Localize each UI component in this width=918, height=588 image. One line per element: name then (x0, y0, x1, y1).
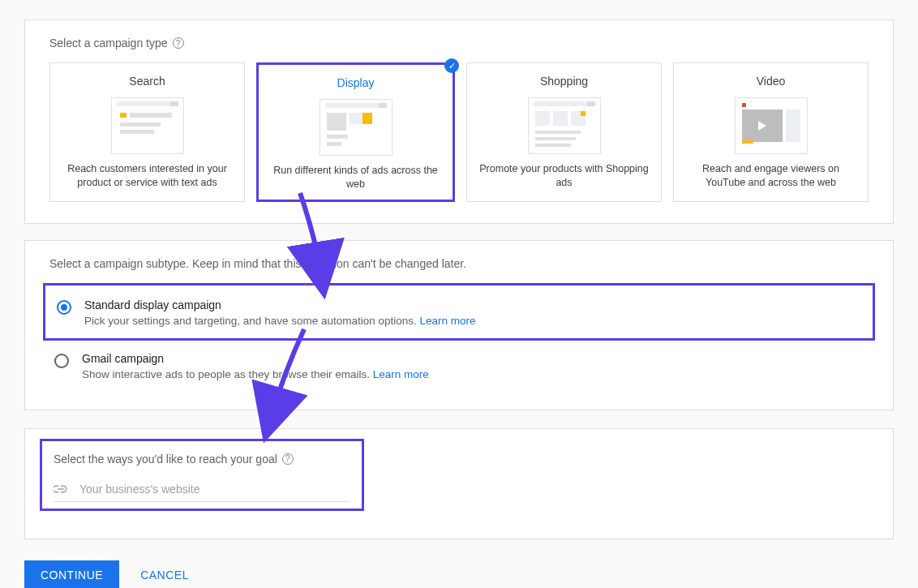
campaign-subtype-heading: Select a campaign subtype. Keep in mind … (49, 257, 869, 270)
campaign-card-shopping[interactable]: Shopping Promote your products with Shop… (466, 62, 662, 202)
campaign-subtype-heading-text: Select a campaign subtype. Keep in mind … (49, 257, 466, 270)
goal-heading: Select the ways you'd like to reach your… (54, 453, 350, 466)
display-thumb (320, 99, 393, 156)
card-title: Shopping (477, 75, 651, 88)
website-field[interactable] (54, 475, 350, 502)
campaign-card-video[interactable]: Video Reach and engage viewers on YouTub… (673, 62, 869, 202)
play-icon (758, 121, 766, 131)
learn-more-link[interactable]: Learn more (373, 368, 429, 380)
help-icon[interactable]: ? (173, 37, 184, 49)
card-title: Search (60, 75, 234, 88)
card-title: Display (268, 76, 443, 89)
campaign-type-heading-text: Select a campaign type (49, 36, 168, 49)
shopping-thumb (528, 97, 601, 154)
campaign-type-panel: Select a campaign type ? Search Reach cu… (24, 19, 894, 224)
page-root: Select a campaign type ? Search Reach cu… (0, 0, 918, 588)
card-desc: Promote your products with Shopping ads (477, 162, 651, 190)
card-desc: Reach and engage viewers on YouTube and … (684, 162, 858, 190)
search-thumb (111, 97, 184, 154)
radio-icon[interactable] (54, 354, 69, 368)
learn-more-link[interactable]: Learn more (420, 315, 476, 327)
subtype-gmail[interactable]: Gmail campaign Show interactive ads to p… (49, 346, 869, 388)
subtype-standard[interactable]: Standard display campaign Pick your sett… (43, 283, 875, 341)
campaign-card-search[interactable]: Search Reach customers interested in you… (49, 62, 245, 202)
card-title: Video (684, 75, 858, 88)
footer-actions: CONTINUE CANCEL (24, 560, 918, 588)
goal-panel: Select the ways you'd like to reach your… (24, 428, 894, 539)
subtype-desc: Show interactive ads to people as they b… (82, 368, 429, 380)
campaign-type-cards: Search Reach customers interested in you… (49, 62, 869, 202)
campaign-card-display[interactable]: ✓ Display Run different kinds of ads acr… (256, 62, 455, 202)
checkmark-icon: ✓ (444, 58, 459, 73)
goal-heading-text: Select the ways you'd like to reach your… (54, 453, 277, 466)
help-icon[interactable]: ? (282, 453, 294, 465)
radio-icon[interactable] (57, 300, 71, 315)
website-input[interactable] (78, 482, 350, 496)
campaign-type-heading: Select a campaign type ? (49, 36, 869, 49)
video-thumb (735, 97, 808, 154)
subtype-desc: Pick your settings and targeting, and ha… (84, 315, 476, 327)
campaign-subtype-panel: Select a campaign subtype. Keep in mind … (24, 240, 894, 410)
subtype-title: Standard display campaign (84, 298, 476, 311)
goal-highlight-box: Select the ways you'd like to reach your… (40, 439, 364, 511)
card-desc: Run different kinds of ads across the we… (268, 164, 443, 191)
link-icon (54, 485, 68, 493)
continue-button[interactable]: CONTINUE (24, 560, 119, 588)
cancel-button[interactable]: CANCEL (135, 568, 194, 582)
card-desc: Reach customers interested in your produ… (60, 162, 234, 190)
subtype-title: Gmail campaign (82, 352, 429, 365)
